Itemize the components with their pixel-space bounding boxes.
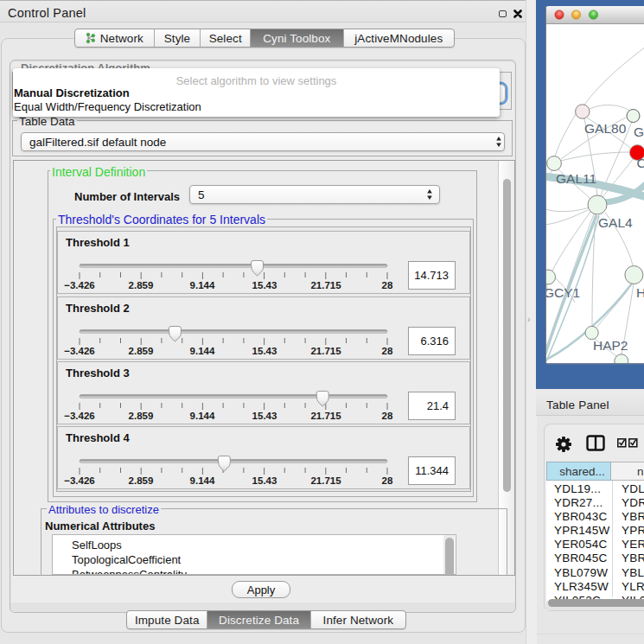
svg-text:GAL80: GAL80	[584, 121, 627, 136]
svg-text:HAP2: HAP2	[593, 338, 628, 353]
svg-text:GAL11: GAL11	[556, 171, 596, 186]
svg-text:GCY1: GCY1	[544, 285, 580, 300]
svg-text:GAL4: GAL4	[598, 215, 633, 230]
svg-text:GA: GA	[634, 124, 644, 139]
svg-text:H: H	[636, 285, 644, 300]
svg-text:C: C	[637, 156, 644, 170]
